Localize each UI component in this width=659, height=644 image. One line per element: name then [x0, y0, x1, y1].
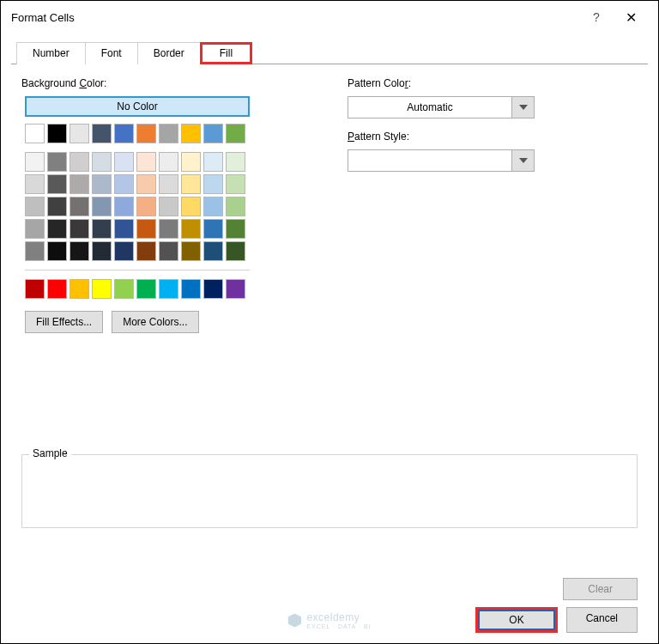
color-swatch[interactable]	[203, 197, 223, 216]
fill-effects-button[interactable]: Fill Effects...	[25, 311, 103, 333]
help-button[interactable]: ?	[579, 10, 614, 24]
color-swatch[interactable]	[136, 219, 156, 239]
chevron-down-icon[interactable]	[512, 149, 535, 172]
color-swatch[interactable]	[159, 219, 178, 239]
color-swatch[interactable]	[70, 197, 89, 216]
titlebar: Format Cells ? ✕	[1, 1, 658, 33]
ok-button-inner: OK	[478, 610, 554, 630]
tab-fill[interactable]: Fill	[200, 42, 252, 64]
color-swatch[interactable]	[25, 152, 45, 172]
color-swatch[interactable]	[47, 279, 67, 299]
clear-row: Clear	[563, 578, 638, 600]
pattern-color-value: Automatic	[348, 96, 512, 118]
pattern-style-dropdown[interactable]	[348, 149, 535, 172]
tab-number[interactable]: Number	[16, 42, 86, 64]
color-swatch[interactable]	[226, 241, 245, 261]
no-color-button[interactable]: No Color	[25, 96, 250, 117]
color-swatch[interactable]	[47, 241, 67, 261]
color-swatch[interactable]	[70, 124, 89, 143]
color-swatch[interactable]	[25, 219, 45, 239]
color-swatch[interactable]	[181, 219, 201, 239]
color-swatch[interactable]	[203, 219, 223, 239]
color-swatch[interactable]	[70, 152, 89, 172]
label-text: olor:	[87, 77, 106, 89]
color-swatch[interactable]	[92, 279, 112, 299]
color-swatch[interactable]	[47, 197, 67, 216]
color-swatch[interactable]	[136, 152, 156, 172]
color-divider	[25, 270, 250, 270]
color-swatch[interactable]	[114, 219, 134, 239]
color-swatch[interactable]	[226, 152, 245, 172]
color-swatch[interactable]	[70, 279, 89, 299]
tab-border[interactable]: Border	[137, 42, 201, 64]
color-swatch[interactable]	[114, 152, 134, 172]
color-swatch[interactable]	[70, 174, 89, 194]
chevron-down-icon[interactable]	[512, 96, 535, 118]
color-swatch[interactable]	[226, 197, 245, 216]
color-swatch[interactable]	[203, 174, 223, 194]
color-swatch[interactable]	[92, 124, 112, 143]
color-swatch[interactable]	[203, 279, 223, 299]
clear-button[interactable]: Clear	[563, 578, 638, 600]
color-swatch[interactable]	[226, 174, 245, 194]
color-swatch[interactable]	[47, 124, 67, 143]
theme-colors-row1	[25, 124, 257, 143]
color-swatch[interactable]	[181, 124, 201, 143]
color-swatch[interactable]	[25, 174, 45, 194]
color-swatch[interactable]	[159, 124, 178, 143]
color-swatch[interactable]	[47, 219, 67, 239]
color-swatch[interactable]	[226, 279, 245, 299]
dialog-button-row: OK Cancel	[475, 607, 638, 633]
color-swatch[interactable]	[47, 174, 67, 194]
color-swatch[interactable]	[159, 152, 178, 172]
color-swatch[interactable]	[92, 219, 112, 239]
color-swatch[interactable]	[159, 279, 178, 299]
color-swatch[interactable]	[136, 241, 156, 261]
color-swatch[interactable]	[92, 241, 112, 261]
color-swatch[interactable]	[114, 174, 134, 194]
color-swatch[interactable]	[92, 174, 112, 194]
fill-buttons-row: Fill Effects... More Colors...	[25, 311, 296, 333]
color-swatch[interactable]	[181, 279, 201, 299]
color-swatch[interactable]	[159, 197, 178, 216]
close-button[interactable]: ✕	[614, 9, 648, 26]
color-swatch[interactable]	[159, 241, 178, 261]
color-swatch[interactable]	[70, 241, 89, 261]
label-text: attern Style:	[354, 131, 409, 143]
color-swatch[interactable]	[181, 152, 201, 172]
color-swatch[interactable]	[114, 124, 134, 143]
more-colors-button[interactable]: More Colors...	[112, 311, 198, 333]
color-swatch[interactable]	[181, 174, 201, 194]
color-swatch[interactable]	[136, 174, 156, 194]
ok-button[interactable]: OK	[475, 607, 557, 633]
color-swatch[interactable]	[92, 152, 112, 172]
color-swatch[interactable]	[114, 197, 134, 216]
sample-group: Sample	[21, 454, 638, 528]
color-swatch[interactable]	[226, 124, 245, 143]
color-swatch[interactable]	[136, 197, 156, 216]
color-swatch[interactable]	[70, 219, 89, 239]
color-swatch[interactable]	[136, 124, 156, 143]
dialog-title: Format Cells	[11, 11, 579, 24]
color-swatch[interactable]	[159, 174, 178, 194]
color-swatch[interactable]	[92, 197, 112, 216]
color-swatch[interactable]	[114, 279, 134, 299]
color-swatch[interactable]	[47, 152, 67, 172]
color-swatch[interactable]	[181, 197, 201, 216]
color-swatch[interactable]	[25, 124, 45, 143]
color-swatch[interactable]	[203, 124, 223, 143]
color-swatch[interactable]	[136, 279, 156, 299]
color-swatch[interactable]	[226, 219, 245, 239]
color-swatch[interactable]	[25, 197, 45, 216]
pattern-color-dropdown[interactable]: Automatic	[348, 96, 535, 118]
standard-colors-row	[25, 279, 257, 299]
color-swatch[interactable]	[114, 241, 134, 261]
color-swatch[interactable]	[25, 241, 45, 261]
color-swatch[interactable]	[181, 241, 201, 261]
tab-font[interactable]: Font	[85, 42, 138, 64]
sample-fieldset: Sample	[21, 454, 638, 528]
color-swatch[interactable]	[25, 279, 45, 299]
color-swatch[interactable]	[203, 241, 223, 261]
color-swatch[interactable]	[203, 152, 223, 172]
cancel-button[interactable]: Cancel	[566, 607, 638, 633]
